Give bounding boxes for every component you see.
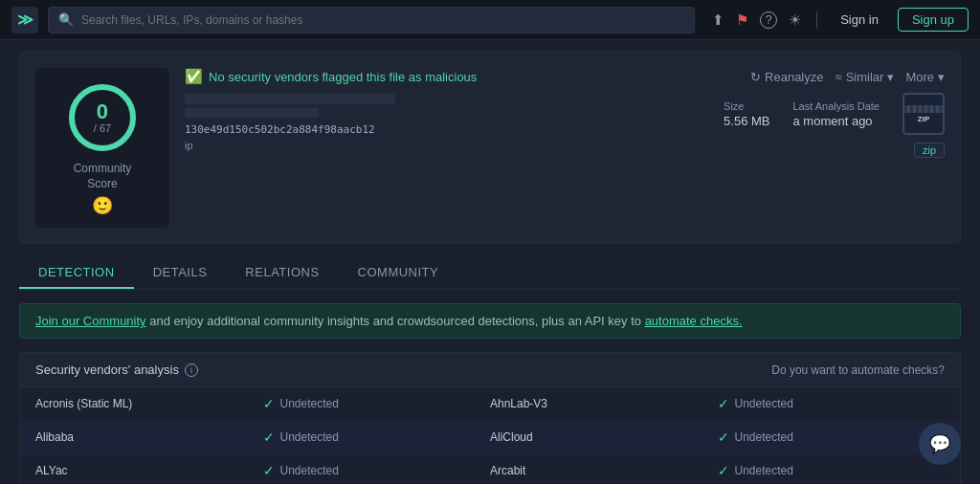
- vendor-status: ✓ Undetected: [263, 396, 491, 411]
- search-input[interactable]: [81, 13, 684, 27]
- vendor-status-2: ✓ Undetected: [718, 396, 946, 411]
- table-row: Acronis (Static ML) ✓ Undetected AhnLab-…: [20, 387, 960, 421]
- similar-icon: ≈: [835, 70, 842, 84]
- settings-icon[interactable]: ☀: [789, 11, 801, 29]
- vendor-status-2: ✓ Undetected: [718, 429, 946, 445]
- file-hashes: 130e49d150c502bc2a884f98aacb12 ip Size 5…: [185, 93, 945, 158]
- tab-relations[interactable]: RELATIONS: [226, 257, 338, 289]
- similar-button[interactable]: ≈ Similar ▾: [835, 70, 895, 84]
- vendor-status-2: ✓ Undetected: [718, 463, 946, 478]
- reanalyze-icon: ↻: [750, 70, 761, 84]
- score-emoji: 🙂: [92, 195, 113, 216]
- more-chevron-icon: ▾: [938, 70, 945, 84]
- hash-blurred-2: [185, 108, 319, 118]
- vendor-name: Acronis (Static ML): [35, 397, 263, 410]
- automate-checks-link[interactable]: automate checks.: [645, 314, 743, 328]
- file-status-bar: ✅ No security vendors flagged this file …: [185, 68, 945, 85]
- search-icon: 🔍: [58, 12, 74, 27]
- table-row: Alibaba ✓ Undetected AliCloud ✓ Undetect…: [20, 421, 960, 454]
- check-icon: ✓: [718, 429, 729, 445]
- vendor-name-2: AliCloud: [490, 430, 718, 444]
- more-button[interactable]: More ▾: [905, 70, 945, 84]
- logo[interactable]: ≫: [11, 7, 38, 33]
- tabs: DETECTION DETAILS RELATIONS COMMUNITY: [19, 257, 961, 290]
- score-center: 0 / 67: [94, 101, 111, 134]
- score-label: CommunityScore: [74, 162, 132, 191]
- vendor-name: Alibaba: [35, 430, 263, 444]
- status-ok: ✅ No security vendors flagged this file …: [185, 68, 477, 85]
- date-meta: Last Analysis Date a moment ago: [793, 100, 880, 128]
- chat-button[interactable]: 💬: [919, 423, 961, 465]
- chevron-down-icon: ▾: [887, 70, 894, 84]
- vendor-name: ALYac: [35, 464, 263, 477]
- header-actions: ⬆ ⚑ ? ☀ Sign in Sign up: [712, 8, 969, 32]
- automate-label: Do you want to automate checks?: [771, 363, 945, 377]
- vendor-status: ✓ Undetected: [263, 463, 491, 478]
- vendor-name-2: Arcabit: [490, 464, 718, 477]
- header: ≫ 🔍 ⬆ ⚑ ? ☀ Sign in Sign up: [0, 0, 980, 40]
- check-circle-icon: ✅: [185, 68, 203, 85]
- file-info: ✅ No security vendors flagged this file …: [185, 68, 945, 228]
- score-denominator: / 67: [94, 122, 111, 134]
- zip-file-icon: ZIP: [902, 93, 945, 135]
- score-value: 0: [94, 101, 111, 122]
- signin-button[interactable]: Sign in: [833, 9, 886, 31]
- file-meta-row: Size 5.56 MB Last Analysis Date a moment…: [724, 93, 945, 135]
- hash-column: 130e49d150c502bc2a884f98aacb12 ip: [185, 93, 704, 151]
- help-icon[interactable]: ?: [760, 11, 777, 29]
- tab-detection[interactable]: DETECTION: [19, 257, 134, 289]
- search-bar[interactable]: 🔍: [48, 7, 695, 33]
- security-header: Security vendors' analysis i Do you want…: [20, 353, 960, 387]
- main-content: 0 / 67 CommunityScore 🙂 ✅ No security ve…: [0, 40, 980, 484]
- tab-community[interactable]: COMMUNITY: [339, 257, 458, 289]
- top-card: 0 / 67 CommunityScore 🙂 ✅ No security ve…: [19, 52, 961, 244]
- join-community-link[interactable]: Join our Community: [35, 314, 146, 328]
- file-tag: zip: [914, 143, 945, 158]
- flag-icon[interactable]: ⚑: [736, 11, 748, 29]
- zip-stripe: [904, 105, 943, 113]
- status-message: No security vendors flagged this file as…: [209, 70, 477, 84]
- banner-text-middle: and enjoy additional community insights …: [146, 314, 645, 328]
- size-meta: Size 5.56 MB: [724, 100, 769, 128]
- check-icon: ✓: [263, 463, 275, 478]
- check-icon: ✓: [263, 429, 275, 445]
- zip-tag: zip: [914, 143, 945, 158]
- table-row: ALYac ✓ Undetected Arcabit ✓ Undetected: [20, 454, 960, 484]
- security-title: Security vendors' analysis i: [35, 363, 198, 377]
- divider: [816, 11, 817, 29]
- hash-blurred-1: [185, 93, 395, 104]
- file-actions: ↻ Reanalyze ≈ Similar ▾ More ▾: [750, 70, 945, 84]
- hash-value: 130e49d150c502bc2a884f98aacb12: [185, 123, 704, 136]
- score-ring: 0 / 67: [64, 79, 141, 156]
- community-score-section: 0 / 67 CommunityScore 🙂: [35, 68, 169, 228]
- vendor-table: Acronis (Static ML) ✓ Undetected AhnLab-…: [20, 387, 960, 484]
- chat-icon: 💬: [929, 433, 950, 454]
- upload-icon[interactable]: ⬆: [712, 11, 724, 29]
- extension-text: ip: [185, 140, 704, 151]
- check-icon: ✓: [718, 396, 729, 411]
- vendor-status: ✓ Undetected: [263, 429, 491, 445]
- security-section: Security vendors' analysis i Do you want…: [19, 352, 961, 484]
- vendor-name-2: AhnLab-V3: [490, 397, 718, 410]
- signup-button[interactable]: Sign up: [898, 8, 969, 32]
- info-icon[interactable]: i: [185, 363, 198, 377]
- reanalyze-button[interactable]: ↻ Reanalyze: [750, 70, 823, 84]
- check-icon: ✓: [718, 463, 729, 478]
- file-meta-right: Size 5.56 MB Last Analysis Date a moment…: [724, 93, 945, 158]
- tab-details[interactable]: DETAILS: [134, 257, 227, 289]
- check-icon: ✓: [263, 396, 275, 411]
- community-banner: Join our Community and enjoy additional …: [19, 303, 961, 339]
